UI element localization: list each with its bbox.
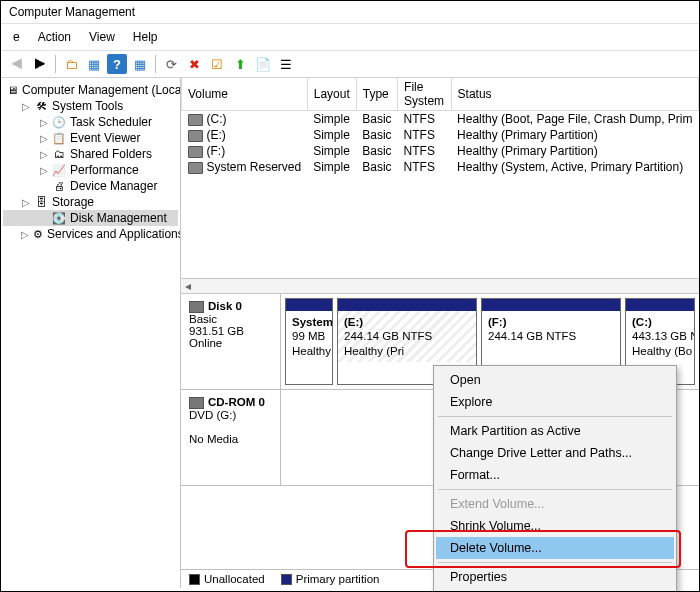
table-row[interactable]: (E:) Simple Basic NTFS Healthy (Primary … [182, 127, 699, 143]
table-row[interactable]: (C:) Simple Basic NTFS Healthy (Boot, Pa… [182, 111, 699, 128]
disk0-size: 931.51 GB [189, 325, 244, 337]
tree-device-manager[interactable]: 🖨 Device Manager [3, 178, 178, 194]
tree-label: System Tools [52, 99, 123, 113]
cell-type: Basic [356, 143, 397, 159]
expand-icon[interactable]: ▷ [39, 165, 48, 176]
cell-fs: NTFS [398, 159, 452, 175]
event-icon: 📋 [52, 131, 66, 145]
cdrom-title: CD-ROM 0 [189, 396, 265, 408]
ctx-extend-volume: Extend Volume... [436, 493, 674, 515]
disk-icon: 💽 [52, 211, 66, 225]
ctx-separator [438, 562, 672, 563]
ctx-separator [438, 416, 672, 417]
cdrom-info: CD-ROM 0 DVD (G:) No Media [181, 390, 281, 485]
table-row[interactable]: (F:) Simple Basic NTFS Healthy (Primary … [182, 143, 699, 159]
cell-volume: System Reserved [182, 159, 308, 175]
cell-fs: NTFS [398, 111, 452, 128]
computer-icon: 🖥 [7, 83, 18, 97]
tree-services-apps[interactable]: ▷ ⚙ Services and Applications [3, 226, 178, 242]
nav-tree[interactable]: 🖥 Computer Management (Local ▷ 🛠 System … [1, 78, 181, 588]
tree-label: Performance [70, 163, 139, 177]
part-status: Healthy (Pri [344, 345, 404, 357]
col-layout[interactable]: Layout [307, 78, 356, 111]
scroll-left-icon[interactable]: ◂ [181, 279, 195, 293]
expand-icon[interactable]: ▷ [39, 117, 48, 128]
cell-fs: NTFS [398, 143, 452, 159]
tree-shared-folders[interactable]: ▷ 🗂 Shared Folders [3, 146, 178, 162]
cell-layout: Simple [307, 159, 356, 175]
tools-icon: 🛠 [34, 99, 48, 113]
toolbar-forward-icon[interactable]: ⯈ [30, 54, 50, 74]
cdrom-kind: DVD (G:) [189, 409, 236, 421]
cell-volume: (E:) [182, 127, 308, 143]
context-menu: Open Explore Mark Partition as Active Ch… [433, 365, 677, 592]
menu-action[interactable]: Action [30, 26, 79, 48]
cell-volume: (F:) [182, 143, 308, 159]
cell-status: Healthy (Boot, Page File, Crash Dump, Pr… [451, 111, 698, 128]
ctx-open[interactable]: Open [436, 369, 674, 391]
ctx-delete-volume[interactable]: Delete Volume... [436, 537, 674, 559]
menu-help[interactable]: Help [125, 26, 166, 48]
expand-icon[interactable]: ▷ [21, 197, 30, 208]
ctx-change-drive-letter[interactable]: Change Drive Letter and Paths... [436, 442, 674, 464]
tree-label: Device Manager [70, 179, 157, 193]
cdrom-state: No Media [189, 433, 238, 445]
part-status: Healthy (Bo [632, 345, 692, 357]
expand-icon[interactable]: ▷ [39, 133, 48, 144]
cell-layout: Simple [307, 127, 356, 143]
tree-label: Task Scheduler [70, 115, 152, 129]
device-icon: 🖨 [52, 179, 66, 193]
toolbar-pane-icon[interactable]: ▦ [84, 54, 104, 74]
partition-system[interactable]: System 99 MB Healthy [285, 298, 333, 385]
ctx-properties[interactable]: Properties [436, 566, 674, 588]
toolbar-show-hide-tree-icon[interactable]: 🗀 [61, 54, 81, 74]
ctx-format[interactable]: Format... [436, 464, 674, 486]
toolbar-pane2-icon[interactable]: ▦ [130, 54, 150, 74]
part-size: 244.14 GB NTFS [488, 330, 576, 342]
volume-list[interactable]: Volume Layout Type File System Status (C… [181, 78, 699, 278]
toolbar-delete-icon[interactable]: ✖ [184, 54, 204, 74]
tree-storage[interactable]: ▷ 🗄 Storage [3, 194, 178, 210]
tree-event-viewer[interactable]: ▷ 📋 Event Viewer [3, 130, 178, 146]
col-fs[interactable]: File System [398, 78, 452, 111]
menu-file[interactable]: e [5, 26, 28, 48]
toolbar-properties-icon[interactable]: 📄 [253, 54, 273, 74]
menu-bar: e Action View Help [1, 24, 699, 51]
ctx-shrink-volume[interactable]: Shrink Volume... [436, 515, 674, 537]
gauge-icon: 📈 [52, 163, 66, 177]
tree-system-tools[interactable]: ▷ 🛠 System Tools [3, 98, 178, 114]
window-title: Computer Management [1, 1, 699, 24]
splitter[interactable]: ◂ [181, 278, 699, 294]
tree-label: Storage [52, 195, 94, 209]
legend-primary: Primary partition [281, 573, 380, 585]
col-volume[interactable]: Volume [182, 78, 308, 111]
toolbar-refresh-icon[interactable]: ⟳ [161, 54, 181, 74]
clock-icon: 🕒 [52, 115, 66, 129]
cell-type: Basic [356, 159, 397, 175]
expand-icon[interactable]: ▷ [21, 101, 30, 112]
services-icon: ⚙ [33, 227, 43, 241]
part-size: 443.13 GB N [632, 330, 695, 342]
toolbar-check-icon[interactable]: ☑ [207, 54, 227, 74]
menu-view[interactable]: View [81, 26, 123, 48]
ctx-mark-active[interactable]: Mark Partition as Active [436, 420, 674, 442]
disk0-info: Disk 0 Basic 931.51 GB Online [181, 294, 281, 389]
ctx-separator [438, 489, 672, 490]
tree-disk-management[interactable]: 💽 Disk Management [3, 210, 178, 226]
col-type[interactable]: Type [356, 78, 397, 111]
tree-root[interactable]: 🖥 Computer Management (Local [3, 82, 178, 98]
col-status[interactable]: Status [451, 78, 698, 111]
part-label: (E:) [344, 316, 363, 328]
part-size: 244.14 GB NTFS [344, 330, 432, 342]
expand-icon[interactable]: ▷ [39, 149, 48, 160]
ctx-explore[interactable]: Explore [436, 391, 674, 413]
toolbar-back-icon[interactable]: ⯇ [7, 54, 27, 74]
tree-performance[interactable]: ▷ 📈 Performance [3, 162, 178, 178]
part-label: System [292, 316, 333, 328]
tree-task-scheduler[interactable]: ▷ 🕒 Task Scheduler [3, 114, 178, 130]
table-row[interactable]: System Reserved Simple Basic NTFS Health… [182, 159, 699, 175]
toolbar-help-icon[interactable]: ? [107, 54, 127, 74]
toolbar-up-icon[interactable]: ⬆ [230, 54, 250, 74]
toolbar-list-icon[interactable]: ☰ [276, 54, 296, 74]
expand-icon[interactable]: ▷ [21, 229, 29, 240]
